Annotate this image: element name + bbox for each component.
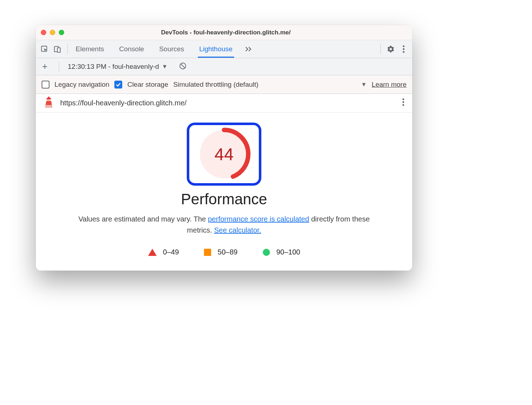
new-report-button[interactable]: + [39,61,50,72]
report-select[interactable]: 12:30:13 PM - foul-heavenly-d ▼ [68,63,167,71]
svg-rect-2 [57,48,60,52]
svg-marker-11 [45,105,52,108]
performance-score: 44 [197,127,251,181]
window-title: DevTools - foul-heavenly-direction.glitc… [44,29,407,36]
report-select-label: 12:30:13 PM - foul-heavenly-d [68,63,159,71]
device-toolbar-icon[interactable] [51,43,64,56]
report-category-title: Performance [47,191,402,208]
panel-tabs: Elements Console Sources Lighthouse [74,40,234,58]
chevron-down-icon[interactable]: ▼ [361,81,367,88]
square-icon [204,249,211,256]
calculator-link[interactable]: See calculator. [214,226,261,234]
legend-label: 0–49 [163,248,179,256]
score-highlight-frame: 44 [187,123,261,186]
devtools-window: DevTools - foul-heavenly-direction.glitc… [36,25,412,271]
legend-label: 50–89 [218,248,238,256]
svg-rect-9 [47,99,51,101]
clear-storage-checkbox[interactable] [114,81,122,89]
svg-point-13 [403,101,404,103]
tab-strip: Elements Console Sources Lighthouse [36,40,412,58]
svg-marker-8 [46,96,52,99]
report-url-bar: https://foul-heavenly-direction.glitch.m… [36,94,412,113]
desc-text: Values are estimated and may vary. The [79,215,208,223]
tab-console[interactable]: Console [118,40,146,58]
report-body: 44 Performance Values are estimated and … [36,113,412,271]
tab-sources[interactable]: Sources [158,40,186,58]
settings-gear-icon[interactable] [384,43,397,56]
titlebar: DevTools - foul-heavenly-direction.glitc… [36,25,412,40]
separator [380,44,381,54]
legend-fail: 0–49 [148,248,179,256]
legend-pass: 90–100 [263,248,300,256]
legend-average: 50–89 [204,248,238,256]
legacy-navigation-label: Legacy navigation [54,81,109,89]
lighthouse-icon [44,96,54,110]
report-description: Values are estimated and may vary. The p… [77,214,371,236]
svg-line-7 [181,64,185,68]
tab-elements[interactable]: Elements [74,40,105,58]
throttling-select[interactable]: Simulated throttling (default) [173,81,258,89]
clear-report-icon[interactable] [179,62,187,71]
report-bar: + 12:30:13 PM - foul-heavenly-d ▼ [36,58,412,75]
svg-point-3 [403,45,405,47]
more-menu-icon[interactable] [397,43,410,56]
legacy-navigation-checkbox[interactable] [42,81,49,89]
svg-point-12 [403,99,404,100]
learn-more-link[interactable]: Learn more [372,81,407,89]
separator [67,44,68,54]
score-legend: 0–49 50–89 90–100 [47,248,402,256]
report-menu-icon[interactable] [402,98,404,108]
clear-storage-label: Clear storage [127,81,168,89]
svg-point-4 [403,48,405,50]
triangle-icon [148,249,157,256]
overflow-tabs-icon[interactable] [242,43,255,56]
throttling-label: Simulated throttling (default) [173,81,258,89]
tab-lighthouse[interactable]: Lighthouse [198,40,234,58]
chevron-down-icon: ▼ [162,63,168,70]
svg-point-5 [403,51,405,53]
performance-gauge: 44 [197,127,251,181]
circle-icon [263,249,270,256]
inspect-element-icon[interactable] [38,43,51,56]
report-url: https://foul-heavenly-direction.glitch.m… [60,99,186,107]
separator [59,62,59,72]
performance-score-link[interactable]: performance score is calculated [208,215,309,223]
lighthouse-settings-bar: Legacy navigation Clear storage Simulate… [36,75,412,94]
legend-label: 90–100 [276,248,300,256]
svg-point-14 [403,104,404,106]
